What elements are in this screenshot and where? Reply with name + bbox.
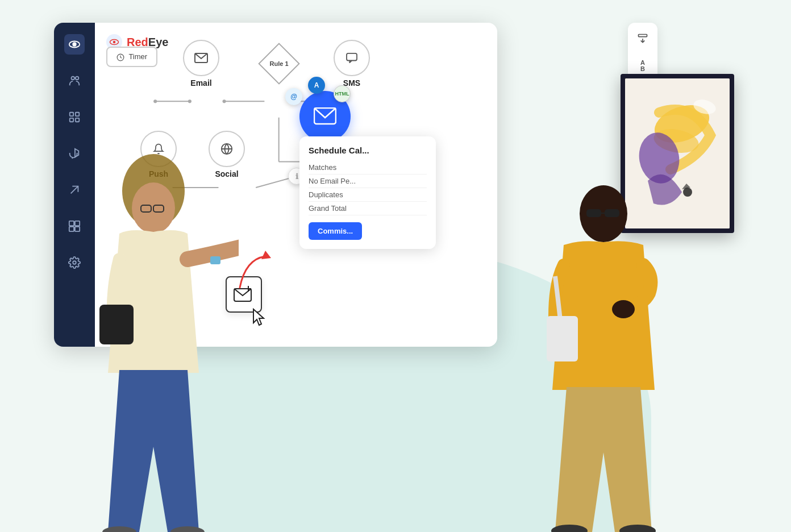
- edit-panel-row-grandtotal: Grand Total: [309, 202, 427, 215]
- svg-rect-6: [70, 118, 73, 122]
- rt-download-icon[interactable]: [634, 30, 652, 48]
- person-left: [57, 146, 239, 532]
- sidebar-icon-eye[interactable]: [64, 34, 85, 55]
- edit-panel-row-matches: Matches: [309, 161, 427, 174]
- email1-node: Email: [183, 40, 219, 88]
- rt-ab-test-icon[interactable]: AB: [634, 57, 652, 75]
- commission-button[interactable]: Commis...: [309, 222, 362, 240]
- svg-rect-37: [639, 35, 647, 37]
- timer-node: Timer: [106, 47, 157, 67]
- svg-rect-59: [99, 305, 134, 344]
- svg-point-19: [188, 99, 191, 103]
- svg-rect-62: [210, 256, 220, 264]
- sidebar-icon-grid[interactable]: [64, 107, 85, 127]
- svg-rect-64: [586, 209, 601, 217]
- svg-point-1: [73, 43, 76, 46]
- svg-rect-7: [76, 118, 79, 122]
- sms-node: SMS: [334, 40, 370, 88]
- svg-rect-4: [70, 113, 73, 116]
- red-arrow-decoration: [234, 248, 280, 296]
- edit-panel-row-duplicates: Duplicates: [309, 188, 427, 202]
- svg-rect-68: [547, 316, 578, 361]
- sidebar-icon-users[interactable]: [64, 70, 85, 91]
- edit-panel: Schedule Cal... Matches No Email Pe... D…: [299, 136, 436, 249]
- timer-node-box[interactable]: Timer: [106, 47, 157, 67]
- svg-marker-36: [261, 251, 271, 259]
- svg-rect-30: [347, 53, 357, 61]
- html-icon-bubble: HTML: [334, 85, 351, 102]
- app-header: RedEye: [106, 34, 486, 50]
- svg-point-21: [223, 99, 226, 103]
- svg-point-67: [612, 300, 635, 318]
- cursor-icon: [251, 308, 267, 330]
- svg-point-18: [153, 99, 157, 103]
- svg-point-3: [76, 77, 79, 80]
- edit-panel-title: Schedule Cal...: [309, 146, 427, 155]
- a-icon-bubble: A: [308, 77, 325, 94]
- svg-point-2: [72, 77, 75, 80]
- at-icon-bubble: @: [285, 88, 302, 105]
- svg-point-16: [113, 41, 116, 44]
- person-right: [518, 163, 689, 532]
- rule1-node: Rule 1: [262, 47, 296, 81]
- svg-rect-5: [76, 113, 79, 116]
- edit-panel-row-noemail: No Email Pe...: [309, 174, 427, 188]
- svg-rect-65: [605, 209, 619, 217]
